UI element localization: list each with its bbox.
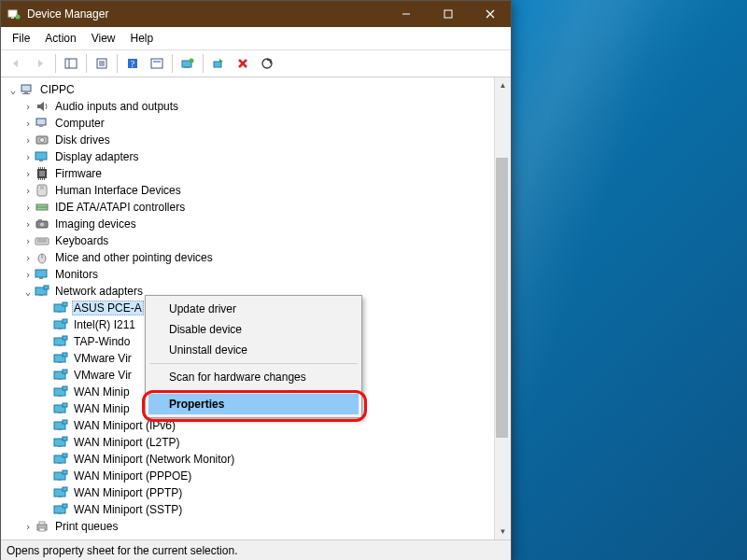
minimize-button[interactable] bbox=[385, 1, 427, 27]
expand-icon[interactable]: › bbox=[21, 219, 35, 230]
context-menu-label: Uninstall device bbox=[169, 343, 247, 357]
show-hide-console-tree-button[interactable] bbox=[60, 52, 82, 75]
app-icon bbox=[7, 7, 21, 21]
enable-device-button[interactable] bbox=[207, 52, 230, 75]
tree-category[interactable]: ›IDE ATA/ATAPI controllers bbox=[5, 199, 494, 216]
back-button[interactable] bbox=[5, 52, 27, 75]
update-driver-button[interactable] bbox=[176, 52, 199, 75]
svg-rect-77 bbox=[63, 386, 67, 390]
tree-category[interactable]: ›Disk drives bbox=[5, 132, 494, 148]
expand-icon[interactable]: › bbox=[21, 135, 35, 146]
titlebar[interactable]: Device Manager bbox=[1, 1, 511, 27]
menu-help[interactable]: Help bbox=[123, 31, 162, 46]
tree-device[interactable]: ›WAN Miniport (PPPOE) bbox=[5, 468, 494, 484]
svg-rect-68 bbox=[63, 336, 67, 340]
mouse-icon bbox=[35, 250, 49, 265]
properties-button[interactable] bbox=[91, 52, 113, 75]
svg-rect-70 bbox=[58, 362, 62, 363]
expand-icon[interactable]: › bbox=[21, 522, 35, 532]
forward-button[interactable] bbox=[29, 52, 51, 75]
menu-file[interactable]: File bbox=[5, 31, 37, 46]
expand-icon[interactable]: › bbox=[21, 102, 35, 112]
context-menu-item[interactable]: Scan for hardware changes bbox=[148, 367, 359, 387]
tree-root[interactable]: ⌄CIPPC bbox=[5, 81, 494, 98]
vertical-scrollbar[interactable]: ▲ ▼ bbox=[494, 77, 511, 539]
tree-device[interactable]: ›WAN Miniport (PPTP) bbox=[5, 484, 494, 501]
svg-rect-71 bbox=[63, 353, 67, 357]
svg-rect-1 bbox=[11, 17, 14, 19]
tree-category[interactable]: ›Audio inputs and outputs bbox=[5, 98, 494, 115]
scroll-thumb[interactable] bbox=[496, 158, 508, 438]
collapse-icon[interactable]: ⌄ bbox=[7, 85, 20, 95]
expand-icon[interactable]: › bbox=[21, 270, 35, 280]
toolbar-separator bbox=[117, 54, 118, 73]
svg-point-48 bbox=[40, 223, 44, 227]
help-button[interactable]: ? bbox=[121, 52, 144, 75]
expand-icon[interactable]: › bbox=[21, 119, 35, 129]
menu-view[interactable]: View bbox=[84, 31, 123, 46]
close-button[interactable] bbox=[469, 1, 511, 27]
netadapter-icon bbox=[53, 418, 68, 433]
scroll-down-button[interactable]: ▼ bbox=[496, 524, 510, 539]
scan-hardware-button[interactable] bbox=[256, 52, 278, 75]
tree-category[interactable]: ›Computer bbox=[5, 115, 494, 132]
svg-rect-100 bbox=[39, 522, 45, 525]
context-menu-label: Disable device bbox=[169, 323, 242, 336]
tree-category[interactable]: ›Firmware bbox=[5, 165, 494, 182]
svg-rect-55 bbox=[35, 270, 47, 277]
tree-node-label: Print queues bbox=[53, 520, 120, 533]
collapse-icon[interactable]: ⌄ bbox=[21, 287, 35, 297]
netadapter-icon bbox=[53, 351, 68, 366]
svg-rect-64 bbox=[58, 329, 62, 329]
context-menu-item[interactable]: Uninstall device bbox=[148, 340, 359, 360]
context-menu-item[interactable]: Properties bbox=[148, 394, 359, 414]
context-menu-item[interactable]: Update driver bbox=[148, 299, 359, 319]
scroll-up-button[interactable]: ▲ bbox=[496, 77, 510, 93]
tree-category[interactable]: ›Display adapters bbox=[5, 148, 494, 165]
svg-rect-24 bbox=[21, 85, 31, 91]
svg-rect-37 bbox=[40, 167, 41, 169]
hid-icon bbox=[35, 183, 49, 198]
svg-point-19 bbox=[190, 59, 194, 63]
tree-category[interactable]: ›Imaging devices bbox=[5, 216, 494, 232]
tree-device[interactable]: ›WAN Miniport (L2TP) bbox=[5, 434, 494, 451]
svg-rect-26 bbox=[22, 93, 30, 94]
expand-icon[interactable]: › bbox=[21, 253, 35, 263]
scroll-track[interactable] bbox=[495, 93, 511, 524]
toolbar-separator bbox=[55, 54, 56, 73]
tree-node-label: Mice and other pointing devices bbox=[53, 251, 215, 264]
tree-node-label: Intel(R) I211 bbox=[72, 318, 137, 331]
expand-icon[interactable]: › bbox=[21, 236, 35, 246]
tree-node-label: VMware Vir bbox=[72, 369, 134, 382]
expand-icon[interactable]: › bbox=[21, 169, 35, 179]
tree-node-label: WAN Miniport (PPTP) bbox=[72, 486, 184, 499]
tree-category[interactable]: ›Mice and other pointing devices bbox=[5, 249, 494, 266]
tree-device[interactable]: ›WAN Miniport (IPv6) bbox=[5, 417, 494, 434]
netadapter-icon bbox=[53, 452, 68, 467]
svg-rect-58 bbox=[39, 295, 43, 296]
netadapter-icon bbox=[53, 469, 68, 483]
svg-rect-94 bbox=[58, 497, 62, 497]
tree-category[interactable]: ›Monitors bbox=[5, 266, 494, 283]
svg-rect-73 bbox=[58, 379, 62, 380]
tree-category[interactable]: ›Keyboards bbox=[5, 232, 494, 249]
tree-device[interactable]: ›WAN Miniport (Network Monitor) bbox=[5, 451, 494, 468]
tree-category[interactable]: ›Human Interface Devices bbox=[5, 182, 494, 199]
monitor-icon bbox=[35, 267, 49, 282]
menu-action[interactable]: Action bbox=[37, 31, 83, 46]
expand-icon[interactable]: › bbox=[21, 152, 35, 162]
tree-device[interactable]: ›WAN Miniport (SSTP) bbox=[5, 501, 494, 518]
uninstall-device-button[interactable] bbox=[232, 52, 254, 75]
svg-rect-20 bbox=[214, 62, 221, 67]
tree-category[interactable]: ›Print queues bbox=[5, 518, 494, 535]
maximize-button[interactable] bbox=[427, 1, 469, 27]
menubar: File Action View Help bbox=[1, 27, 511, 50]
svg-rect-25 bbox=[24, 91, 28, 93]
svg-rect-4 bbox=[444, 10, 452, 18]
tree-node-label: Monitors bbox=[53, 268, 100, 281]
expand-icon[interactable]: › bbox=[21, 186, 35, 196]
tree-node-label: WAN Miniport (L2TP) bbox=[72, 436, 182, 449]
expand-icon[interactable]: › bbox=[21, 203, 35, 213]
context-menu-item[interactable]: Disable device bbox=[148, 319, 359, 340]
action-button[interactable] bbox=[146, 52, 168, 75]
